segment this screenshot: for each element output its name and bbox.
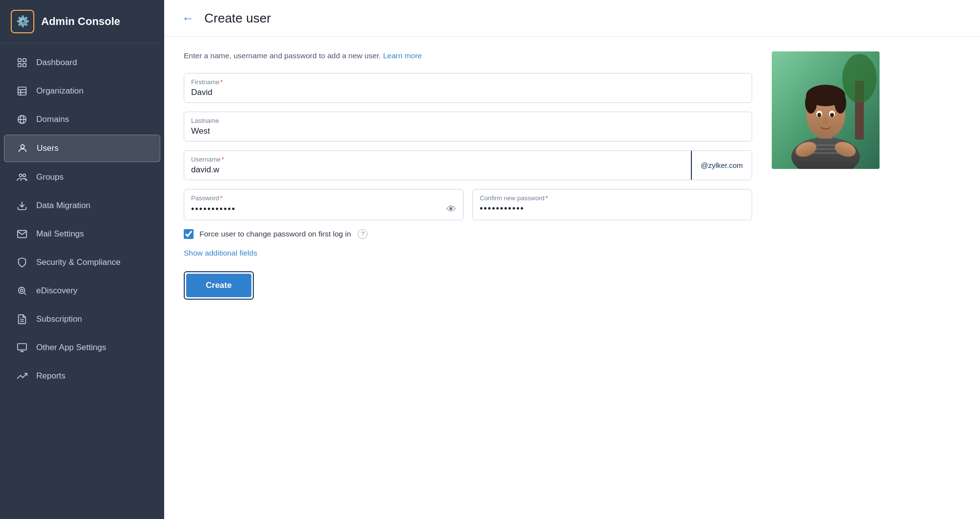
sidebar-item-ediscovery[interactable]: eDiscovery (4, 278, 160, 304)
firstname-group: Firstname* (184, 73, 752, 103)
lastname-label: Lastname (191, 117, 745, 124)
svg-rect-4 (18, 87, 26, 95)
organization-icon (16, 86, 28, 96)
force-change-checkbox[interactable] (184, 229, 194, 239)
svg-point-37 (817, 113, 821, 118)
confirm-password-input-wrap (480, 204, 745, 214)
password-row: Password* 👁 Confirm new password* (184, 189, 752, 220)
subscription-icon (16, 314, 28, 325)
svg-rect-3 (23, 64, 26, 67)
form-left: Enter a name, username and password to a… (184, 51, 752, 300)
lastname-group: Lastname (184, 112, 752, 142)
other-app-settings-icon (16, 342, 28, 353)
username-field: Username* (184, 151, 691, 180)
sidebar-item-label-subscription: Subscription (36, 314, 82, 324)
password-label: Password* (191, 194, 456, 202)
confirm-password-label: Confirm new password* (480, 194, 745, 202)
create-button-wrap: Create (184, 271, 254, 300)
firstname-input[interactable] (191, 88, 745, 97)
sidebar-item-subscription[interactable]: Subscription (4, 306, 160, 332)
sidebar-nav: Dashboard Organization Domains Users Gro… (0, 44, 164, 519)
svg-point-15 (19, 287, 25, 294)
groups-icon (16, 172, 28, 183)
svg-point-13 (23, 174, 26, 177)
sidebar-item-security[interactable]: Security & Compliance (4, 249, 160, 276)
ediscovery-icon (16, 285, 28, 296)
svg-rect-20 (18, 344, 26, 350)
sidebar-header: ⚙️ Admin Console (0, 0, 164, 44)
app-logo-icon: ⚙️ (11, 10, 34, 33)
user-photo-svg (772, 51, 880, 169)
username-row: Username* @zylker.com (184, 150, 752, 180)
create-user-form-area: Enter a name, username and password to a… (164, 37, 899, 314)
sidebar-item-users[interactable]: Users (4, 135, 160, 162)
password-input[interactable] (191, 204, 442, 214)
svg-rect-2 (18, 64, 21, 67)
sidebar-item-label-other-app-settings: Other App Settings (36, 343, 106, 353)
mail-settings-icon (16, 229, 28, 239)
data-migration-icon (16, 200, 28, 211)
sidebar-item-label-security: Security & Compliance (36, 258, 121, 267)
sidebar-item-organization[interactable]: Organization (4, 78, 160, 104)
reports-icon (16, 371, 28, 381)
app-title: Admin Console (41, 15, 120, 28)
sidebar-item-label-dashboard: Dashboard (36, 58, 77, 68)
force-change-label[interactable]: Force user to change password on first l… (199, 230, 351, 238)
learn-more-link[interactable]: Learn more (383, 51, 422, 60)
svg-point-12 (20, 174, 23, 177)
sidebar-item-label-data-migration: Data Migration (36, 201, 91, 211)
svg-point-38 (830, 113, 834, 118)
confirm-password-field: Confirm new password* (472, 189, 752, 220)
username-group: Username* @zylker.com (184, 150, 752, 180)
sidebar-item-label-mail-settings: Mail Settings (36, 229, 84, 239)
password-field: Password* 👁 (184, 189, 464, 220)
password-input-wrap: 👁 (191, 204, 456, 215)
sidebar-item-label-domains: Domains (36, 115, 69, 124)
sidebar-item-mail-settings[interactable]: Mail Settings (4, 221, 160, 247)
sidebar-item-label-organization: Organization (36, 86, 83, 96)
force-change-password-row: Force user to change password on first l… (184, 229, 752, 239)
show-additional-fields-link[interactable]: Show additional fields (184, 249, 752, 258)
svg-point-25 (842, 54, 877, 103)
security-icon (16, 257, 28, 268)
dashboard-icon (16, 57, 28, 68)
svg-point-33 (805, 92, 817, 114)
username-input[interactable] (191, 165, 684, 175)
sidebar-item-label-ediscovery: eDiscovery (36, 286, 77, 296)
firstname-field: Firstname* (184, 73, 752, 103)
sidebar-item-reports[interactable]: Reports (4, 363, 160, 389)
sidebar-item-data-migration[interactable]: Data Migration (4, 192, 160, 219)
domains-icon (16, 114, 28, 125)
sidebar-item-groups[interactable]: Groups (4, 164, 160, 190)
sidebar-item-label-users: Users (37, 143, 58, 153)
svg-rect-1 (23, 59, 26, 62)
sidebar-item-domains[interactable]: Domains (4, 106, 160, 133)
page-title: Create user (204, 11, 271, 26)
help-icon[interactable]: ? (358, 229, 368, 239)
svg-point-16 (20, 289, 23, 292)
confirm-password-input[interactable] (480, 204, 745, 214)
user-photo-area (772, 51, 880, 300)
sidebar-item-label-reports: Reports (36, 371, 66, 381)
back-button[interactable]: ← (180, 10, 196, 26)
username-label: Username* (191, 156, 684, 163)
user-photo (772, 51, 880, 169)
lastname-input[interactable] (191, 126, 745, 136)
main-content: ← Create user Enter a name, username and… (164, 0, 980, 519)
create-button[interactable]: Create (186, 274, 251, 297)
users-icon (16, 143, 29, 154)
svg-point-11 (21, 145, 24, 148)
sidebar: ⚙️ Admin Console Dashboard Organization … (0, 0, 164, 519)
svg-point-34 (834, 92, 846, 114)
domain-badge: @zylker.com (691, 151, 752, 180)
lastname-field: Lastname (184, 112, 752, 142)
sidebar-item-dashboard[interactable]: Dashboard (4, 49, 160, 76)
svg-point-39 (823, 118, 828, 124)
firstname-label: Firstname* (191, 78, 745, 86)
page-header: ← Create user (164, 0, 980, 37)
sidebar-item-label-groups: Groups (36, 172, 64, 182)
intro-text: Enter a name, username and password to a… (184, 51, 752, 60)
sidebar-item-other-app-settings[interactable]: Other App Settings (4, 334, 160, 361)
show-password-icon[interactable]: 👁 (446, 204, 456, 215)
svg-rect-0 (18, 59, 21, 62)
